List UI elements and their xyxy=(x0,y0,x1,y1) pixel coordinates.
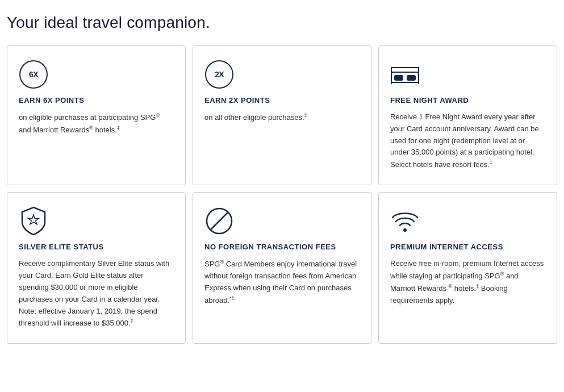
silver-elite-title: SILVER ELITE STATUS xyxy=(19,243,174,251)
card-silver-elite: SILVER ELITE STATUS Receive complimentar… xyxy=(7,192,186,344)
features-grid: 6X EARN 6X POINTS on eligible purchases … xyxy=(7,45,557,344)
card-earn-6x: 6X EARN 6X POINTS on eligible purchases … xyxy=(7,45,186,185)
earn-2x-title: EARN 2X POINTS xyxy=(204,96,360,105)
free-night-icon xyxy=(390,60,420,89)
circle-2x: 2X xyxy=(205,60,233,89)
earn-6x-body: on eligible purchases at participating S… xyxy=(19,111,174,136)
card-internet: PREMIUM INTERNET ACCESS Receive free in-… xyxy=(378,192,557,344)
card-free-night: FREE NIGHT AWARD Receive 1 Free Night Aw… xyxy=(378,45,557,185)
no-fees-title: NO FOREIGN TRANSACTION FEES xyxy=(204,243,360,251)
free-night-title: FREE NIGHT AWARD xyxy=(390,96,545,105)
svg-rect-1 xyxy=(395,76,403,80)
svg-line-4 xyxy=(211,212,228,230)
free-night-body: Receive 1 Free Night Award every year af… xyxy=(390,111,545,171)
svg-point-5 xyxy=(403,228,407,232)
circle-6x: 6X xyxy=(19,60,48,89)
no-fees-body: SPG® Card Members enjoy international tr… xyxy=(204,258,360,307)
silver-elite-body: Receive complimentary Silver Elite statu… xyxy=(19,258,174,330)
page-title: Your ideal travel companion. xyxy=(7,14,557,32)
earn-2x-body: on all other eligible purchases.‡ xyxy=(204,111,360,124)
no-fees-icon xyxy=(204,206,234,236)
earn-6x-icon: 6X xyxy=(19,60,48,89)
internet-body: Receive free in-room, premium Internet a… xyxy=(390,258,545,307)
card-earn-2x: 2X EARN 2X POINTS on all other eligible … xyxy=(193,45,371,185)
internet-icon xyxy=(390,206,420,236)
svg-rect-2 xyxy=(407,76,415,80)
earn-2x-icon: 2X xyxy=(204,60,234,89)
card-no-fees: NO FOREIGN TRANSACTION FEES SPG® Card Me… xyxy=(193,192,371,344)
internet-title: PREMIUM INTERNET ACCESS xyxy=(390,243,545,251)
earn-6x-title: EARN 6X POINTS xyxy=(19,96,174,105)
silver-elite-icon xyxy=(19,206,48,236)
